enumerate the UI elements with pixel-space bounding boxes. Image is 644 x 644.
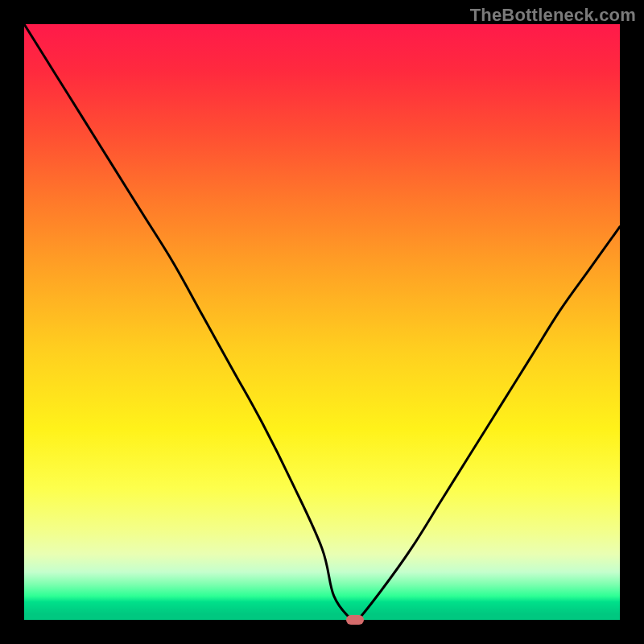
watermark-text: TheBottleneck.com (470, 5, 636, 26)
optimal-balance-marker (346, 615, 364, 625)
plot-area (24, 24, 620, 620)
bottleneck-curve (24, 24, 620, 620)
chart-container: TheBottleneck.com (0, 0, 644, 644)
